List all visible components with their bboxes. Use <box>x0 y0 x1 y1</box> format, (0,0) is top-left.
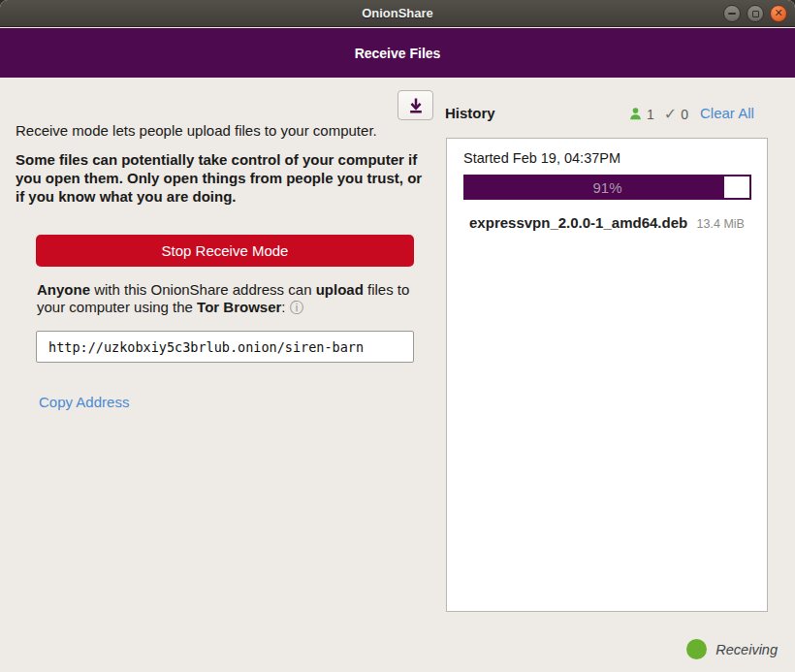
completed-count: 0 <box>681 107 688 122</box>
onion-address-input[interactable] <box>36 331 414 363</box>
address-instructions: Anyone with this OnionShare address can … <box>37 281 425 316</box>
mode-header: Receive Files <box>0 28 795 78</box>
address-instructions-bold-tor: Tor Browser <box>197 299 281 315</box>
in-progress-count: 1 <box>647 107 654 122</box>
person-icon <box>628 107 643 121</box>
status-dot-icon <box>686 639 707 659</box>
history-heading: History <box>445 105 495 121</box>
address-instructions-bold-anyone: Anyone <box>37 281 90 298</box>
receive-mode-description: Receive mode lets people upload files to… <box>16 122 432 139</box>
check-icon: ✓ <box>664 105 677 123</box>
clear-all-link[interactable]: Clear All <box>700 105 754 121</box>
download-icon <box>406 96 426 115</box>
upload-started-timestamp: Started Feb 19, 04:37PM <box>463 150 750 166</box>
info-icon[interactable]: ⓘ <box>290 300 303 315</box>
history-panel: Started Feb 19, 04:37PM 91% expressvpn_2… <box>446 138 768 612</box>
minimize-icon <box>728 13 736 15</box>
progress-percent-label: 91% <box>465 176 749 198</box>
mode-title: Receive Files <box>355 46 441 61</box>
upload-progress-bar: 91% <box>463 175 751 200</box>
titlebar[interactable]: OnionShare ✕ <box>0 0 795 27</box>
upload-file-row: expressvpn_2.0.0-1_amd64.deb 13.4 MiB <box>463 214 750 232</box>
upload-filesize: 13.4 MiB <box>697 217 745 231</box>
security-warning-text: Some files can potentially take control … <box>16 150 430 206</box>
address-instructions-bold-upload: upload <box>316 281 364 298</box>
history-item: Started Feb 19, 04:37PM 91% expressvpn_2… <box>447 139 767 232</box>
history-counters: 1 ✓ 0 <box>628 105 688 123</box>
minimize-button[interactable] <box>723 5 741 22</box>
window-controls: ✕ <box>723 5 787 22</box>
window-title: OnionShare <box>362 6 433 20</box>
status-label: Receiving <box>716 642 778 657</box>
upload-filename: expressvpn_2.0.0-1_amd64.deb <box>469 214 687 231</box>
maximize-icon <box>752 11 759 17</box>
server-status: Receiving <box>686 639 778 659</box>
close-button[interactable]: ✕ <box>770 5 787 22</box>
onionshare-window: OnionShare ✕ Receive Files Receive mode … <box>0 0 795 672</box>
close-icon: ✕ <box>774 8 782 18</box>
maximize-button[interactable] <box>747 5 764 22</box>
address-instructions-text: with this OnionShare address can <box>90 281 316 298</box>
stop-receive-mode-button[interactable]: Stop Receive Mode <box>36 235 414 267</box>
address-instructions-text: : <box>281 299 289 315</box>
copy-address-link[interactable]: Copy Address <box>39 394 129 410</box>
receive-mode-toggle-button[interactable] <box>398 90 433 120</box>
